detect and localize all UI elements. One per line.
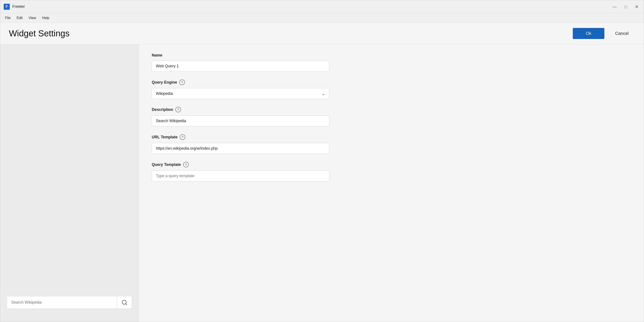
left-panel [0, 44, 139, 322]
menu-file[interactable]: File [2, 15, 14, 21]
description-group: Description ? [152, 107, 631, 126]
ok-button[interactable]: Ok [573, 28, 604, 39]
description-help-icon[interactable]: ? [175, 107, 181, 112]
titlebar: F Freeter — □ ✕ [0, 0, 644, 13]
app-window: F Freeter — □ ✕ File Edit View Help Widg… [0, 0, 644, 322]
search-button[interactable] [117, 296, 132, 308]
minimize-button[interactable]: — [611, 4, 618, 10]
app-title: Freeter [12, 4, 25, 9]
menu-view[interactable]: View [26, 15, 39, 21]
search-bar-container [7, 296, 132, 309]
name-label: Name [152, 53, 631, 58]
name-group: Name [152, 53, 631, 72]
query-template-help-icon[interactable]: ? [183, 162, 189, 168]
menubar: File Edit View Help [0, 13, 644, 23]
query-template-group: Query Template ? [152, 162, 631, 182]
description-label: Description ? [152, 107, 631, 112]
menu-help[interactable]: Help [39, 15, 52, 21]
query-engine-help-icon[interactable]: ? [179, 80, 185, 85]
titlebar-left: F Freeter [4, 4, 25, 10]
close-button[interactable]: ✕ [633, 4, 640, 10]
svg-line-1 [126, 304, 127, 305]
url-template-group: URL Template ? [152, 134, 631, 154]
query-template-input[interactable] [152, 170, 329, 182]
page-title: Widget Settings [9, 28, 70, 38]
maximize-button[interactable]: □ [623, 4, 629, 10]
query-engine-select[interactable]: Wikipedia Google Bing DuckDuckGo [152, 88, 329, 99]
name-input[interactable] [152, 61, 329, 72]
query-template-label: Query Template ? [152, 162, 631, 168]
cancel-button[interactable]: Cancel [609, 28, 635, 39]
query-engine-group: Query Engine ? Wikipedia Google Bing Duc… [152, 80, 631, 99]
header-bar: Widget Settings Ok Cancel [0, 23, 644, 44]
query-engine-label: Query Engine ? [152, 80, 631, 85]
right-panel: Name Query Engine ? Wikipedia Google Bin… [139, 44, 644, 322]
window-controls: — □ ✕ [611, 4, 640, 10]
main-content: Name Query Engine ? Wikipedia Google Bin… [0, 44, 644, 322]
search-input[interactable] [7, 296, 117, 308]
header-actions: Ok Cancel [573, 28, 635, 39]
url-template-label: URL Template ? [152, 134, 631, 140]
app-icon: F [4, 4, 10, 10]
menu-edit[interactable]: Edit [14, 15, 26, 21]
url-template-input[interactable] [152, 143, 329, 154]
query-engine-select-wrapper: Wikipedia Google Bing DuckDuckGo ⌄ [152, 88, 329, 99]
search-icon [122, 300, 128, 306]
description-input[interactable] [152, 116, 329, 126]
url-template-help-icon[interactable]: ? [180, 134, 185, 140]
